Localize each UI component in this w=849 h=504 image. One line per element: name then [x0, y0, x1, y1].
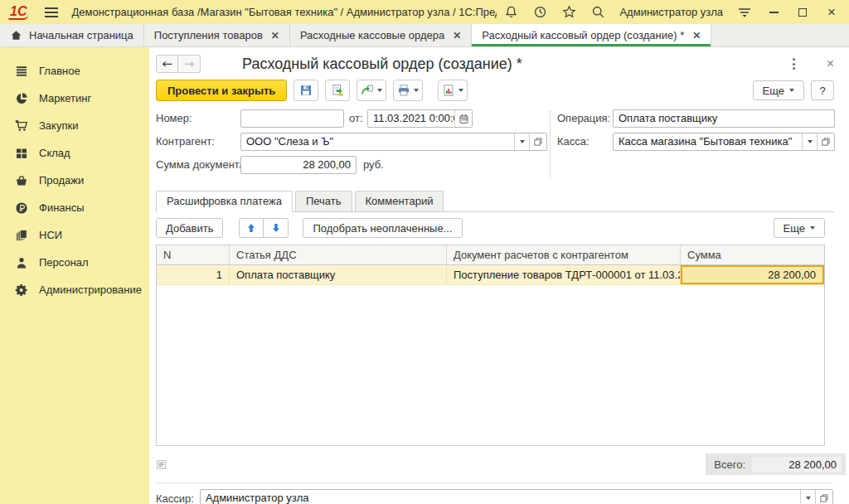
back-button[interactable]: ←: [156, 55, 178, 73]
open-item-icon[interactable]: [815, 490, 832, 504]
person-icon: [15, 256, 28, 269]
cashier-row: Кассир: Администратор узла: [156, 482, 833, 504]
close-tab-icon[interactable]: ✕: [453, 30, 461, 41]
tab-payment-details[interactable]: Расшифровка платежа: [156, 191, 293, 211]
command-bar: Провести и закрыть: [149, 73, 849, 106]
sidebar-item-marketing[interactable]: Маркетинг: [0, 85, 149, 112]
cell-settlement-document[interactable]: Поступление товаров ТДРТ-000001 от 11.03…: [447, 265, 681, 284]
sidebar-item-label: Продажи: [39, 174, 84, 187]
open-item-icon[interactable]: [817, 133, 834, 150]
amount-field[interactable]: 28 200,00: [240, 156, 357, 174]
table-row[interactable]: 1 Оплата поставщику Поступление товаров …: [157, 265, 824, 285]
tab-print[interactable]: Печать: [295, 191, 352, 211]
notifications-bell-icon[interactable]: [503, 5, 518, 20]
maximize-icon[interactable]: [795, 5, 810, 20]
reports-button[interactable]: [438, 80, 468, 101]
tab-comment[interactable]: Комментарий: [355, 191, 444, 211]
dropdown-button[interactable]: [800, 490, 815, 504]
history-nav: ← →: [156, 55, 201, 73]
dropdown-arrow-icon: [789, 89, 794, 92]
pick-unpaid-button[interactable]: Подобрать неоплаченные...: [303, 218, 462, 238]
dropdown-arrow-icon: [520, 140, 525, 143]
sidebar-item-sales[interactable]: Продажи: [0, 167, 149, 194]
tab-label: Расходный кассовый ордер (создание) *: [482, 29, 684, 41]
form-header: ← → Расходный кассовый ордер (создание) …: [149, 47, 849, 73]
table-more-button[interactable]: Еще: [774, 218, 825, 238]
forward-button[interactable]: →: [178, 55, 201, 73]
sidebar-item-main[interactable]: Главное: [0, 57, 149, 85]
current-user[interactable]: Администратор узла: [619, 6, 723, 18]
cashbox-field[interactable]: Касса магазина "Бытовая техника": [613, 133, 835, 151]
post-and-close-button[interactable]: Провести и закрыть: [156, 80, 287, 101]
add-row-button[interactable]: Добавить: [156, 218, 223, 238]
sidebar-item-warehouse[interactable]: Склад: [0, 139, 149, 167]
table-header: N Статья ДДС Документ расчетов с контраг…: [157, 245, 824, 265]
date-field[interactable]: 11.03.2021 0:00:00: [367, 109, 473, 128]
create-based-on-button[interactable]: [357, 80, 386, 101]
column-header-doc[interactable]: Документ расчетов с контрагентом: [447, 245, 681, 264]
column-header-dds[interactable]: Статья ДДС: [230, 245, 447, 264]
main-menu-icon[interactable]: [45, 7, 58, 17]
search-icon[interactable]: [590, 5, 605, 20]
comment-list-icon[interactable]: [156, 459, 167, 470]
tab-goods-receipts[interactable]: Поступления товаров ✕: [144, 24, 290, 46]
amount-label: Сумма документа:: [156, 156, 248, 174]
tab-cash-order-new[interactable]: Расходный кассовый ордер (создание) * ✕: [472, 24, 711, 46]
tab-home[interactable]: Начальная страница: [0, 24, 144, 46]
tab-cash-orders-list[interactable]: Расходные кассовые ордера ✕: [290, 24, 472, 46]
minimize-icon[interactable]: [766, 5, 781, 20]
sidebar-item-nsi[interactable]: НСИ: [0, 221, 149, 249]
arrow-up-icon: [245, 222, 257, 234]
sidebar-item-administration[interactable]: Администрирование: [0, 276, 149, 303]
form-more-button[interactable]: Еще: [753, 80, 804, 100]
sidebar-item-label: Администрирование: [39, 284, 142, 296]
number-field[interactable]: [240, 109, 344, 128]
dropdown-arrow-icon: [810, 226, 815, 230]
open-item-icon[interactable]: [529, 133, 546, 150]
save-button[interactable]: [294, 80, 318, 101]
cell-dds-item[interactable]: Оплата поставщику: [230, 265, 447, 284]
table-footer: Всего: 28 200,00: [156, 453, 846, 475]
sidebar-item-purchases[interactable]: Закупки: [0, 112, 149, 139]
close-tab-icon[interactable]: ✕: [692, 30, 701, 41]
print-button[interactable]: [393, 80, 423, 101]
history-icon[interactable]: [532, 5, 547, 20]
favorites-star-icon[interactable]: [561, 5, 576, 20]
cell-sum-active[interactable]: 28 200,00: [681, 265, 824, 284]
sidebar-item-finance[interactable]: Финансы: [0, 194, 149, 221]
operation-field[interactable]: Оплата поставщику: [613, 109, 835, 128]
total-box: Всего: 28 200,00: [706, 453, 846, 475]
close-form-icon[interactable]: ×: [827, 58, 834, 70]
cashier-value: Администратор узла: [201, 490, 800, 504]
post-document-button[interactable]: [325, 80, 350, 101]
sidebar-item-label: Склад: [39, 147, 70, 159]
form-kebab-menu-icon[interactable]: [791, 56, 797, 71]
cashier-field[interactable]: Администратор узла: [200, 489, 833, 504]
contractor-field[interactable]: ООО "Слеза и Ъ": [240, 133, 547, 151]
help-button[interactable]: ?: [811, 80, 834, 100]
move-row-up-button[interactable]: [239, 218, 264, 238]
move-row-down-button[interactable]: [264, 218, 289, 238]
calendar-icon[interactable]: [454, 110, 472, 127]
number-value: [241, 110, 343, 127]
floppy-save-icon: [299, 84, 313, 97]
dropdown-button[interactable]: [802, 133, 817, 150]
close-window-icon[interactable]: ×: [824, 5, 839, 20]
close-tab-icon[interactable]: ✕: [271, 30, 279, 41]
post-document-icon: [331, 84, 344, 97]
detail-tabs: Расшифровка платежа Печать Комментарий: [156, 191, 834, 212]
tab-label: Начальная страница: [29, 29, 133, 41]
tab-label: Поступления товаров: [154, 29, 263, 41]
column-header-n[interactable]: N: [157, 245, 230, 264]
dropdown-button[interactable]: [514, 133, 529, 150]
service-menu-icon[interactable]: [737, 5, 752, 20]
total-value: 28 200,00: [752, 457, 842, 472]
payment-details-table: N Статья ДДС Документ расчетов с контраг…: [156, 245, 825, 446]
form-title: Расходный кассовый ордер (создание) *: [242, 56, 522, 73]
home-icon: [10, 29, 22, 41]
cell-row-number[interactable]: 1: [157, 265, 230, 284]
cart-icon: [15, 119, 28, 133]
sidebar-item-label: Главное: [39, 65, 80, 77]
sidebar-item-personnel[interactable]: Персонал: [0, 249, 149, 276]
column-header-sum[interactable]: Сумма: [681, 245, 824, 264]
